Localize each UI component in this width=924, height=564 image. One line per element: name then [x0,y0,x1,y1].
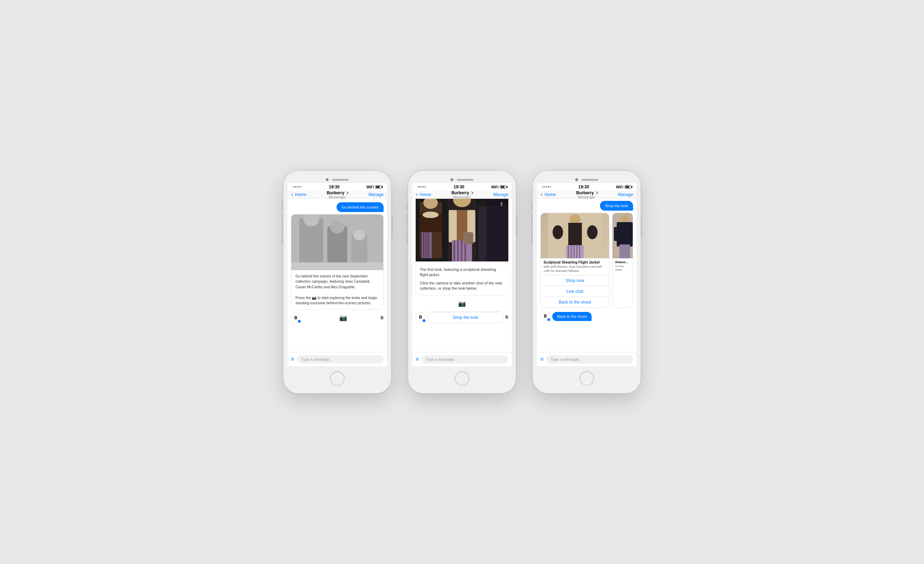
phone-1: ••••• 19:30 WiFi Home Burberry [283,171,391,393]
phone-3-screen: ••••• 19:30 WiFi Home Burberry [537,183,636,366]
nav-back-1[interactable]: Home [291,192,306,197]
title-chevron-icon-2 [470,191,473,194]
nav-back-label-1[interactable]: Home [295,192,306,197]
product-2-desc: A relax adapt... [612,265,633,274]
status-bar-2: ••••• 19:30 WiFi [412,183,512,191]
nav-center-2: Burberry Messenger [452,190,473,199]
side-btn-vol-up-2 [406,214,408,228]
nav-manage-3[interactable]: Manage [618,192,633,197]
input-bar-1: ≡ Type a message... [288,352,387,366]
phone-2-screen: ••••• 19:30 WiFi Home Burberry [412,183,512,366]
avatar-row-1: B 📷 B [291,311,384,324]
svg-rect-14 [428,230,429,258]
back-shoot-link[interactable]: Back to the shoot [541,297,609,307]
nav-back-label-3[interactable]: Home [544,192,556,197]
nav-manage-2[interactable]: Manage [494,192,508,197]
shop-now-btn[interactable]: Shop now [541,275,609,286]
svg-rect-7 [291,262,383,270]
svg-rect-42 [579,245,580,258]
product-2-title: Relaxe... [612,258,633,265]
back-shoot-bubble[interactable]: Back to the shoot [552,312,592,321]
camera-row-2: 📷 [416,298,508,309]
phone-2: ••••• 19:30 WiFi Home Burberry [408,171,516,393]
nav-back-2[interactable]: Home [416,192,431,197]
wifi-icon: WiFi [366,185,374,189]
bot-card-1: Go behind the scenes of the new Septembe… [291,214,384,310]
battery-icon [375,185,381,189]
menu-icon-1[interactable]: ≡ [291,356,294,362]
battery-icon-3 [625,185,631,189]
front-camera-icon-3 [575,178,578,181]
back-chevron-icon [291,193,294,196]
camera-icon-1[interactable]: 📷 [339,314,347,322]
camera-icon-2[interactable]: 📷 [458,300,466,307]
input-bar-3: ≡ Type a message... [537,352,636,366]
front-camera-icon-2 [450,178,453,181]
nav-center-3: Burberry Messenger [576,190,597,199]
svg-point-35 [553,225,563,239]
svg-rect-38 [568,245,569,258]
fashion-image-container: ⬆ [416,199,508,262]
nav-manage-1[interactable]: Manage [369,192,384,197]
message-input-2[interactable]: Type a message... [422,355,508,364]
menu-icon-2[interactable]: ≡ [416,356,419,362]
svg-rect-20 [449,210,457,242]
side-btn-vol-up [282,214,283,228]
svg-point-6 [353,230,365,240]
signal-dots-2: ••••• [418,185,427,189]
signal-dots-3: ••••• [543,185,552,189]
side-btn-power [391,216,393,237]
battery-icon-2 [500,185,506,189]
share-icon[interactable]: ⬆ [499,201,506,208]
phone-2-inner: ••••• 19:30 WiFi Home Burberry [412,175,512,389]
svg-rect-29 [486,199,508,262]
side-btn-mute [282,202,283,210]
burberry-avatar-3: B [540,311,550,321]
svg-rect-23 [454,240,455,262]
side-btn-vol-up-3 [531,214,533,228]
nav-bar-1: Home Burberry Messenger Manage [288,191,387,199]
home-btn-area-1 [288,366,387,389]
product-2-image [612,213,633,258]
status-time-1: 19:30 [329,184,340,189]
nav-subtitle-1: Messenger [327,195,348,199]
svg-rect-39 [571,245,572,258]
home-button-3[interactable] [579,371,594,386]
nav-subtitle-3: Messenger [576,195,597,199]
scene: ••••• 19:30 WiFi Home Burberry [255,150,669,414]
nav-subtitle-2: Messenger [452,195,473,199]
product-carousel: Sculptural Shearling Flight Jacket With … [540,213,633,308]
svg-rect-25 [461,240,463,262]
chat-area-1: Go behind the scenes [288,199,387,352]
nav-back-label-2[interactable]: Home [420,192,431,197]
jacket-image [541,213,609,258]
side-btn-mute-2 [406,202,408,210]
home-button-2[interactable] [454,371,470,386]
action-row-2: B Shop the look B [416,311,508,324]
status-bar-3: ••••• 19:30 WiFi [537,183,636,191]
svg-rect-34 [582,223,588,247]
svg-rect-24 [457,240,459,262]
chat-area-3: Shop the look [537,199,636,352]
menu-icon-3[interactable]: ≡ [540,356,543,362]
home-button-1[interactable] [330,371,345,386]
side-btn-power-2 [516,216,518,237]
message-input-1[interactable]: Type a message... [297,355,384,364]
signal-dots: ••••• [293,185,302,189]
nav-back-3[interactable]: Home [540,192,556,197]
online-badge-1 [297,320,301,323]
svg-point-16 [423,212,439,218]
title-chevron-icon-3 [595,191,597,194]
bot-card-text-2: The first look, featuring a sculptural s… [416,263,508,295]
product-card-1: Sculptural Shearling Flight Jacket With … [540,213,609,308]
wifi-icon-2: WiFi [491,185,499,189]
bottom-row-3: B Back to the shoot [540,311,633,321]
product-card-2: Relaxe... A relax adapt... [612,213,633,308]
phone-1-top [288,175,387,183]
shop-look-btn-2[interactable]: Shop the look [428,312,503,323]
nav-bar-2: Home Burberry Messenger Manage [412,191,512,199]
bot-text-card-2: The first look, featuring a sculptural s… [416,263,508,295]
live-chat-btn[interactable]: Live chat [541,286,609,297]
nav-title-1: Burberry [327,190,348,195]
message-input-3[interactable]: Type a message... [546,355,633,364]
